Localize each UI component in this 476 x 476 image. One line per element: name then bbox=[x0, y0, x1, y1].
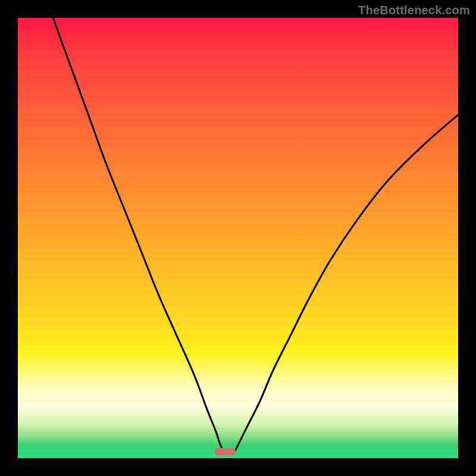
chart-stage: TheBottleneck.com bbox=[0, 0, 476, 476]
watermark-text: TheBottleneck.com bbox=[358, 4, 470, 17]
curve-layer bbox=[18, 18, 458, 458]
right-branch-curve bbox=[234, 115, 458, 454]
left-branch-curve bbox=[53, 18, 225, 454]
optimum-marker bbox=[214, 448, 236, 455]
plot-area bbox=[18, 18, 458, 458]
